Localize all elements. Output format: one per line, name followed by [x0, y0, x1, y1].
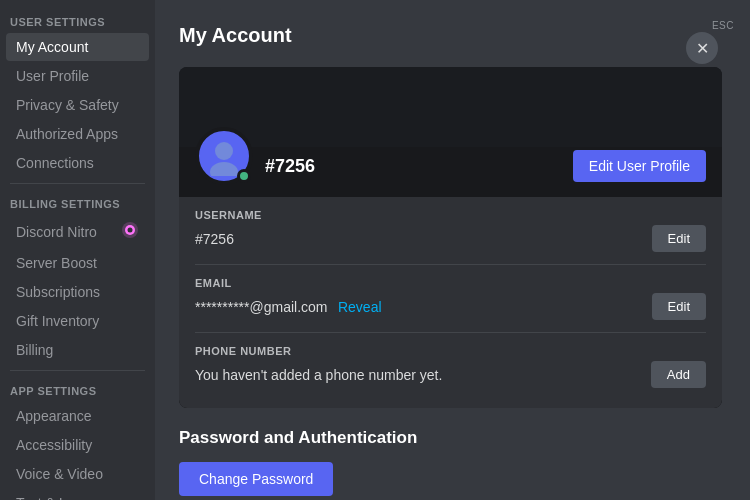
divider-1	[10, 183, 145, 184]
sidebar-item-gift-inventory[interactable]: Gift Inventory	[6, 307, 149, 335]
sidebar-item-label: Accessibility	[16, 437, 92, 453]
nitro-badge-icon	[121, 221, 139, 242]
app-settings-section-label: APP SETTINGS	[0, 377, 155, 401]
divider-2	[10, 370, 145, 371]
email-edit-button[interactable]: Edit	[652, 293, 706, 320]
sidebar-item-subscriptions[interactable]: Subscriptions	[6, 278, 149, 306]
avatar-silhouette-icon	[204, 136, 244, 176]
svg-point-2	[128, 228, 133, 233]
sidebar-item-connections[interactable]: Connections	[6, 149, 149, 177]
svg-point-3	[215, 142, 233, 160]
sidebar-item-my-account[interactable]: My Account	[6, 33, 149, 61]
email-value: **********@gmail.com	[195, 299, 328, 315]
fields-area: USERNAME #7256 Edit EMAIL **********@gma…	[179, 197, 722, 408]
sidebar-item-text-images[interactable]: Text & Images	[6, 489, 149, 500]
svg-point-4	[210, 162, 238, 176]
close-button-group: ✕ ESC	[712, 16, 734, 31]
phone-add-button[interactable]: Add	[651, 361, 706, 388]
sidebar-item-privacy-safety[interactable]: Privacy & Safety	[6, 91, 149, 119]
change-password-button[interactable]: Change Password	[179, 462, 333, 496]
sidebar: USER SETTINGS My Account User Profile Pr…	[0, 0, 155, 500]
email-reveal-link[interactable]: Reveal	[338, 299, 382, 315]
sidebar-item-label: Authorized Apps	[16, 126, 118, 142]
sidebar-item-label: Server Boost	[16, 255, 97, 271]
sidebar-item-user-profile[interactable]: User Profile	[6, 62, 149, 90]
edit-profile-button[interactable]: Edit User Profile	[573, 150, 706, 182]
username-field-row: USERNAME #7256 Edit	[195, 197, 706, 265]
sidebar-item-billing[interactable]: Billing	[6, 336, 149, 364]
phone-label: PHONE NUMBER	[195, 345, 706, 357]
close-button[interactable]: ✕	[686, 32, 718, 64]
username-edit-button[interactable]: Edit	[652, 225, 706, 252]
sidebar-item-label: User Profile	[16, 68, 89, 84]
sidebar-item-label: Privacy & Safety	[16, 97, 119, 113]
password-section: Password and Authentication Change Passw…	[179, 428, 722, 496]
sidebar-item-accessibility[interactable]: Accessibility	[6, 431, 149, 459]
profile-card: #7256 Edit User Profile USERNAME #7256 E…	[179, 67, 722, 408]
billing-settings-section-label: BILLING SETTINGS	[0, 190, 155, 214]
esc-label: ESC	[712, 20, 734, 31]
profile-tag: #7256	[265, 156, 561, 177]
email-value-group: **********@gmail.com Reveal	[195, 298, 382, 316]
sidebar-item-authorized-apps[interactable]: Authorized Apps	[6, 120, 149, 148]
username-label: USERNAME	[195, 209, 706, 221]
close-x-icon: ✕	[696, 39, 709, 58]
phone-field-row: PHONE NUMBER You haven't added a phone n…	[195, 333, 706, 400]
sidebar-item-label: Appearance	[16, 408, 92, 424]
main-content: My Account #7256 Edit User Profile USERN…	[155, 0, 750, 500]
online-status-dot	[237, 169, 251, 183]
sidebar-item-discord-nitro[interactable]: Discord Nitro	[6, 215, 149, 248]
sidebar-item-server-boost[interactable]: Server Boost	[6, 249, 149, 277]
sidebar-item-label: My Account	[16, 39, 88, 55]
phone-value: You haven't added a phone number yet.	[195, 367, 442, 383]
email-value-row: **********@gmail.com Reveal Edit	[195, 293, 706, 320]
phone-value-row: You haven't added a phone number yet. Ad…	[195, 361, 706, 388]
email-label: EMAIL	[195, 277, 706, 289]
email-field-row: EMAIL **********@gmail.com Reveal Edit	[195, 265, 706, 333]
sidebar-item-label: Text & Images	[16, 495, 105, 500]
profile-info-row: #7256 Edit User Profile	[179, 127, 722, 197]
sidebar-item-label: Gift Inventory	[16, 313, 99, 329]
page-title: My Account	[179, 24, 722, 47]
sidebar-item-voice-video[interactable]: Voice & Video	[6, 460, 149, 488]
sidebar-item-label: Billing	[16, 342, 53, 358]
sidebar-item-label: Voice & Video	[16, 466, 103, 482]
avatar-wrapper	[195, 127, 253, 185]
sidebar-item-label: Discord Nitro	[16, 224, 97, 240]
sidebar-item-label: Subscriptions	[16, 284, 100, 300]
username-value: #7256	[195, 231, 234, 247]
sidebar-item-label: Connections	[16, 155, 94, 171]
sidebar-item-appearance[interactable]: Appearance	[6, 402, 149, 430]
user-settings-section-label: USER SETTINGS	[0, 8, 155, 32]
password-section-title: Password and Authentication	[179, 428, 722, 448]
username-value-row: #7256 Edit	[195, 225, 706, 252]
